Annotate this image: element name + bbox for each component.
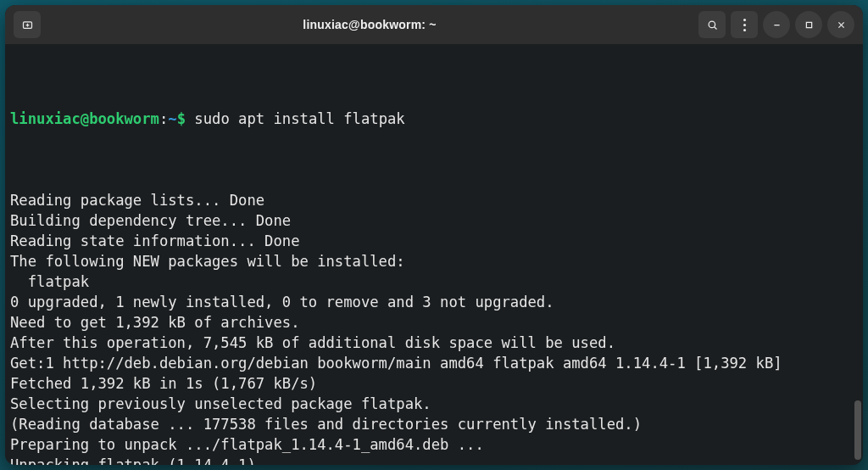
new-tab-button[interactable]: [14, 11, 41, 38]
output-line: 0 upgraded, 1 newly installed, 0 to remo…: [10, 292, 858, 312]
maximize-button[interactable]: [795, 11, 822, 38]
svg-line-4: [714, 26, 716, 29]
minimize-button[interactable]: [763, 11, 790, 38]
output-line: Fetched 1,392 kB in 1s (1,767 kB/s): [10, 373, 858, 394]
prompt-sep: :: [159, 110, 168, 127]
terminal-window: linuxiac@bookworm: ~: [5, 5, 863, 465]
kebab-menu-icon: [743, 19, 746, 31]
close-button[interactable]: [827, 11, 854, 38]
search-button[interactable]: [698, 11, 726, 38]
output-line: Get:1 http://deb.debian.org/debian bookw…: [10, 353, 858, 373]
output-line: Building dependency tree... Done: [10, 210, 858, 231]
output-line: Reading state information... Done: [10, 231, 858, 251]
output-line: Need to get 1,392 kB of archives.: [10, 312, 858, 333]
prompt-user-host: linuxiac@bookworm: [10, 110, 159, 127]
prompt-line: linuxiac@bookworm:~$ sudo apt install fl…: [10, 109, 858, 129]
window-title: linuxiac@bookworm: ~: [47, 18, 692, 31]
new-tab-icon: [21, 19, 34, 31]
terminal-area[interactable]: linuxiac@bookworm:~$ sudo apt install fl…: [5, 44, 863, 465]
minimize-icon: [771, 19, 783, 31]
search-icon: [706, 19, 719, 31]
command-text: sudo apt install flatpak: [194, 110, 404, 127]
output-line: The following NEW packages will be insta…: [10, 251, 858, 271]
scrollbar-thumb[interactable]: [854, 400, 861, 460]
output-line: Preparing to unpack .../flatpak_1.14.4-1…: [10, 434, 858, 455]
output-line: (Reading database ... 177538 files and d…: [10, 414, 858, 434]
output-line: Reading package lists... Done: [10, 190, 858, 210]
svg-point-3: [709, 21, 715, 28]
output-line: After this operation, 7,545 kB of additi…: [10, 333, 858, 353]
menu-button[interactable]: [731, 11, 758, 38]
prompt-symbol: $: [177, 110, 186, 127]
output-line: flatpak: [10, 271, 858, 292]
titlebar: linuxiac@bookworm: ~: [5, 5, 863, 44]
output-line: Unpacking flatpak (1.14.4-1) ...: [10, 455, 858, 465]
prompt-path: ~: [168, 110, 176, 127]
output-line: Selecting previously unselected package …: [10, 394, 858, 414]
close-icon: [835, 19, 848, 31]
svg-rect-6: [806, 22, 811, 27]
terminal-output: Reading package lists... DoneBuilding de…: [10, 190, 858, 465]
maximize-icon: [803, 19, 815, 31]
